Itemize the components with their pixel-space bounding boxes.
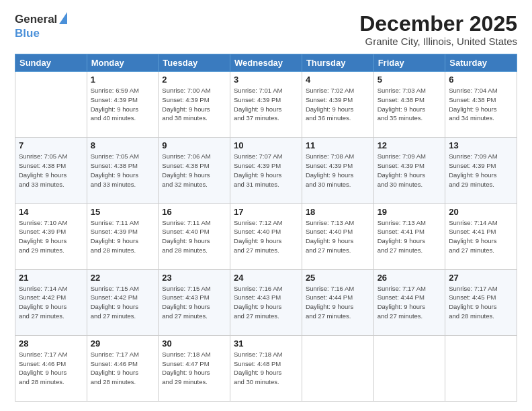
week-row-0: 1Sunrise: 6:59 AM Sunset: 4:39 PM Daylig… — [15, 72, 517, 138]
day-info: Sunrise: 7:12 AM Sunset: 4:40 PM Dayligh… — [234, 218, 298, 255]
day-number: 9 — [162, 140, 226, 150]
calendar-cell: 22Sunrise: 7:15 AM Sunset: 4:42 PM Dayli… — [87, 269, 159, 335]
day-info: Sunrise: 7:05 AM Sunset: 4:38 PM Dayligh… — [91, 152, 155, 189]
day-number: 20 — [449, 207, 513, 217]
day-info: Sunrise: 7:15 AM Sunset: 4:43 PM Dayligh… — [162, 284, 226, 321]
calendar-cell: 12Sunrise: 7:09 AM Sunset: 4:39 PM Dayli… — [373, 138, 445, 203]
day-info: Sunrise: 7:09 AM Sunset: 4:39 PM Dayligh… — [449, 152, 513, 189]
page: General Blue December 2025 Granite City,… — [0, 0, 532, 411]
day-info: Sunrise: 7:02 AM Sunset: 4:39 PM Dayligh… — [306, 86, 370, 123]
calendar-cell: 23Sunrise: 7:15 AM Sunset: 4:43 PM Dayli… — [159, 269, 230, 335]
logo-general-text: General — [15, 13, 57, 26]
title-block: December 2025 Granite City, Illinois, Un… — [359, 12, 517, 47]
day-number: 8 — [91, 140, 155, 150]
day-info: Sunrise: 7:06 AM Sunset: 4:38 PM Dayligh… — [162, 152, 226, 189]
day-info: Sunrise: 7:00 AM Sunset: 4:39 PM Dayligh… — [162, 86, 226, 123]
calendar-cell: 3Sunrise: 7:01 AM Sunset: 4:39 PM Daylig… — [230, 72, 302, 138]
day-number: 3 — [234, 75, 298, 85]
day-info: Sunrise: 7:15 AM Sunset: 4:42 PM Dayligh… — [91, 284, 155, 321]
calendar-cell: 31Sunrise: 7:18 AM Sunset: 4:48 PM Dayli… — [230, 335, 302, 401]
day-number: 27 — [449, 273, 513, 283]
week-row-3: 21Sunrise: 7:14 AM Sunset: 4:42 PM Dayli… — [15, 269, 517, 335]
day-info: Sunrise: 7:08 AM Sunset: 4:39 PM Dayligh… — [306, 152, 370, 189]
day-number: 1 — [91, 75, 155, 85]
day-info: Sunrise: 7:13 AM Sunset: 4:41 PM Dayligh… — [378, 218, 442, 255]
day-info: Sunrise: 7:17 AM Sunset: 4:44 PM Dayligh… — [378, 284, 442, 321]
logo: General Blue — [15, 12, 67, 40]
month-title: December 2025 — [359, 12, 517, 36]
weekday-header-thursday: Thursday — [302, 54, 373, 72]
logo-blue-text: Blue — [15, 27, 40, 40]
day-number: 15 — [91, 207, 155, 217]
week-row-1: 7Sunrise: 7:05 AM Sunset: 4:38 PM Daylig… — [15, 138, 517, 203]
day-info: Sunrise: 7:11 AM Sunset: 4:39 PM Dayligh… — [91, 218, 155, 255]
day-info: Sunrise: 7:14 AM Sunset: 4:42 PM Dayligh… — [19, 284, 83, 321]
calendar-cell: 11Sunrise: 7:08 AM Sunset: 4:39 PM Dayli… — [302, 138, 373, 203]
calendar-cell: 17Sunrise: 7:12 AM Sunset: 4:40 PM Dayli… — [230, 203, 302, 269]
day-number: 25 — [306, 273, 370, 283]
day-number: 7 — [19, 140, 83, 150]
calendar-cell: 13Sunrise: 7:09 AM Sunset: 4:39 PM Dayli… — [445, 138, 517, 203]
day-number: 4 — [306, 75, 370, 85]
day-info: Sunrise: 7:16 AM Sunset: 4:43 PM Dayligh… — [234, 284, 298, 321]
day-info: Sunrise: 7:01 AM Sunset: 4:39 PM Dayligh… — [234, 86, 298, 123]
weekday-header-tuesday: Tuesday — [159, 54, 230, 72]
day-number: 12 — [378, 140, 442, 150]
location-title: Granite City, Illinois, United States — [359, 36, 517, 47]
calendar-cell: 1Sunrise: 6:59 AM Sunset: 4:39 PM Daylig… — [87, 72, 159, 138]
day-number: 16 — [162, 207, 226, 217]
day-info: Sunrise: 7:17 AM Sunset: 4:46 PM Dayligh… — [19, 350, 83, 387]
day-number: 26 — [378, 273, 442, 283]
week-row-4: 28Sunrise: 7:17 AM Sunset: 4:46 PM Dayli… — [15, 335, 517, 401]
day-number: 21 — [19, 273, 83, 283]
calendar-cell: 10Sunrise: 7:07 AM Sunset: 4:39 PM Dayli… — [230, 138, 302, 203]
day-number: 29 — [91, 338, 155, 349]
day-number: 2 — [162, 75, 226, 85]
day-number: 11 — [306, 140, 370, 150]
weekday-header-friday: Friday — [373, 54, 445, 72]
weekday-header-saturday: Saturday — [445, 54, 517, 72]
calendar-cell: 2Sunrise: 7:00 AM Sunset: 4:39 PM Daylig… — [159, 72, 230, 138]
day-number: 22 — [91, 273, 155, 283]
calendar-cell: 20Sunrise: 7:14 AM Sunset: 4:41 PM Dayli… — [445, 203, 517, 269]
logo-triangle-icon — [59, 12, 67, 27]
calendar-cell: 29Sunrise: 7:17 AM Sunset: 4:46 PM Dayli… — [87, 335, 159, 401]
day-info: Sunrise: 7:11 AM Sunset: 4:40 PM Dayligh… — [162, 218, 226, 255]
day-info: Sunrise: 7:18 AM Sunset: 4:48 PM Dayligh… — [234, 350, 298, 387]
calendar-cell: 8Sunrise: 7:05 AM Sunset: 4:38 PM Daylig… — [87, 138, 159, 203]
day-number: 28 — [19, 338, 83, 349]
day-number: 14 — [19, 207, 83, 217]
weekday-header-monday: Monday — [87, 54, 159, 72]
calendar-cell — [445, 335, 517, 401]
calendar-cell: 26Sunrise: 7:17 AM Sunset: 4:44 PM Dayli… — [373, 269, 445, 335]
day-number: 6 — [449, 75, 513, 85]
day-number: 23 — [162, 273, 226, 283]
calendar-cell: 19Sunrise: 7:13 AM Sunset: 4:41 PM Dayli… — [373, 203, 445, 269]
weekday-header-sunday: Sunday — [15, 54, 87, 72]
weekday-header-wednesday: Wednesday — [230, 54, 302, 72]
day-info: Sunrise: 7:04 AM Sunset: 4:38 PM Dayligh… — [449, 86, 513, 123]
calendar-cell: 25Sunrise: 7:16 AM Sunset: 4:44 PM Dayli… — [302, 269, 373, 335]
week-row-2: 14Sunrise: 7:10 AM Sunset: 4:39 PM Dayli… — [15, 203, 517, 269]
header: General Blue December 2025 Granite City,… — [15, 12, 517, 47]
day-info: Sunrise: 7:16 AM Sunset: 4:44 PM Dayligh… — [306, 284, 370, 321]
day-number: 19 — [378, 207, 442, 217]
calendar-cell: 21Sunrise: 7:14 AM Sunset: 4:42 PM Dayli… — [15, 269, 87, 335]
day-number: 17 — [234, 207, 298, 217]
calendar-cell: 18Sunrise: 7:13 AM Sunset: 4:40 PM Dayli… — [302, 203, 373, 269]
calendar-cell: 30Sunrise: 7:18 AM Sunset: 4:47 PM Dayli… — [159, 335, 230, 401]
calendar-cell: 6Sunrise: 7:04 AM Sunset: 4:38 PM Daylig… — [445, 72, 517, 138]
day-info: Sunrise: 7:03 AM Sunset: 4:38 PM Dayligh… — [378, 86, 442, 123]
day-info: Sunrise: 7:09 AM Sunset: 4:39 PM Dayligh… — [378, 152, 442, 189]
calendar-cell: 15Sunrise: 7:11 AM Sunset: 4:39 PM Dayli… — [87, 203, 159, 269]
calendar-cell: 16Sunrise: 7:11 AM Sunset: 4:40 PM Dayli… — [159, 203, 230, 269]
calendar-table: SundayMondayTuesdayWednesdayThursdayFrid… — [15, 54, 517, 402]
day-info: Sunrise: 7:07 AM Sunset: 4:39 PM Dayligh… — [234, 152, 298, 189]
calendar-cell: 28Sunrise: 7:17 AM Sunset: 4:46 PM Dayli… — [15, 335, 87, 401]
calendar-cell: 24Sunrise: 7:16 AM Sunset: 4:43 PM Dayli… — [230, 269, 302, 335]
day-number: 5 — [378, 75, 442, 85]
weekday-header-row: SundayMondayTuesdayWednesdayThursdayFrid… — [15, 54, 517, 72]
calendar-cell: 14Sunrise: 7:10 AM Sunset: 4:39 PM Dayli… — [15, 203, 87, 269]
day-info: Sunrise: 7:17 AM Sunset: 4:45 PM Dayligh… — [449, 284, 513, 321]
day-number: 10 — [234, 140, 298, 150]
